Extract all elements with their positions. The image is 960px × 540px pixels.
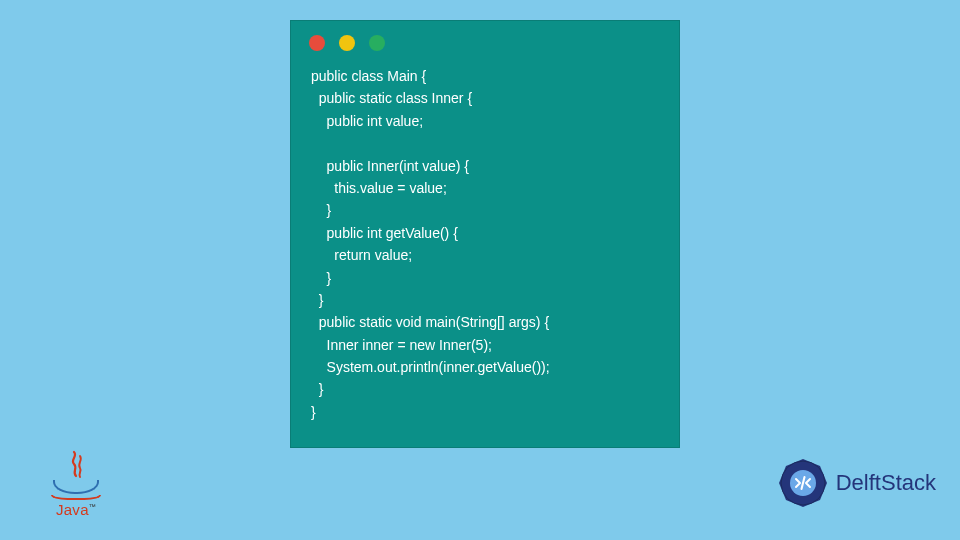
delft-stack: Stack: [881, 470, 936, 495]
java-trademark: ™: [89, 503, 96, 510]
java-saucer-icon: [51, 495, 101, 500]
delft-name: Delft: [836, 470, 881, 495]
java-label: Java™: [56, 501, 96, 518]
maximize-dot-icon: [369, 35, 385, 51]
minimize-dot-icon: [339, 35, 355, 51]
delftstack-logo: DelftStack: [776, 456, 936, 510]
window-traffic-lights: [291, 21, 679, 61]
code-window: public class Main { public static class …: [290, 20, 680, 448]
delftstack-badge-icon: [776, 456, 830, 510]
java-steam-icon: [62, 450, 90, 480]
code-block: public class Main { public static class …: [291, 61, 679, 431]
java-cup-icon: [53, 480, 99, 494]
java-text: Java: [56, 501, 89, 518]
delftstack-text: DelftStack: [836, 470, 936, 496]
close-dot-icon: [309, 35, 325, 51]
java-logo: Java™: [48, 444, 104, 518]
